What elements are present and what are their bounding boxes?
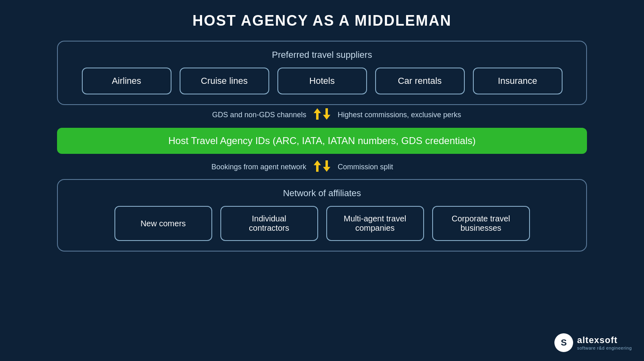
card-car-rentals: Car rentals [375,68,465,94]
suppliers-cards-row: Airlines Cruise lines Hotels Car rentals… [70,68,574,94]
logo-area: S altexsoft software r&d engineering [554,333,632,352]
logo-name: altexsoft [577,335,618,346]
card-hotels: Hotels [277,68,367,94]
card-insurance: Insurance [473,68,563,94]
affiliates-cards-row: New comers Individual contractors Multi-… [70,206,574,241]
suppliers-label: Preferred travel suppliers [272,50,372,60]
svg-marker-4 [314,160,321,165]
flow-bottom-left: Bookings from agent network [57,163,310,171]
svg-rect-1 [316,113,319,120]
arrow-down-icon [322,107,331,122]
slide: HOST AGENCY AS A MIDDLEMAN Preferred tra… [0,0,644,361]
card-individual-contractors: Individual contractors [220,206,318,241]
logo-text-area: altexsoft software r&d engineering [577,335,632,350]
card-corporate-travel: Corporate travel businesses [432,206,530,241]
arrow-pair-bottom [313,160,331,174]
logo-icon: S [554,333,573,352]
affiliates-box: Network of affiliates New comers Individ… [57,179,587,252]
card-new-comers: New comers [114,206,212,241]
svg-rect-2 [325,108,328,115]
suppliers-box: Preferred travel suppliers Airlines Crui… [57,41,587,105]
flow-top-row: GDS and non-GDS channels Highest commiss… [57,107,587,122]
host-agency-bar: Host Travel Agency IDs (ARC, IATA, IATAN… [57,128,587,154]
arrow-up-icon [313,107,322,122]
affiliates-label: Network of affiliates [283,188,361,199]
svg-marker-0 [314,108,321,113]
card-airlines: Airlines [82,68,171,94]
arrow-pair-top [313,107,331,122]
flow-bottom-row: Bookings from agent network Commission s… [57,160,587,174]
card-multi-agent: Multi-agent travel companies [326,206,424,241]
svg-text:S: S [560,337,567,348]
arrow-down-icon-2 [322,160,331,174]
svg-rect-5 [316,165,319,172]
arrow-up-icon-2 [313,160,322,174]
svg-marker-7 [323,167,330,172]
card-cruise-lines: Cruise lines [180,68,269,94]
flow-top-right: Highest commissions, exclusive perks [334,111,587,119]
svg-marker-3 [323,115,330,120]
svg-rect-6 [325,160,328,167]
main-title: HOST AGENCY AS A MIDDLEMAN [192,12,451,29]
logo-sub: software r&d engineering [577,346,632,350]
flow-top-left: GDS and non-GDS channels [57,111,310,119]
flow-bottom-right: Commission split [334,163,587,171]
